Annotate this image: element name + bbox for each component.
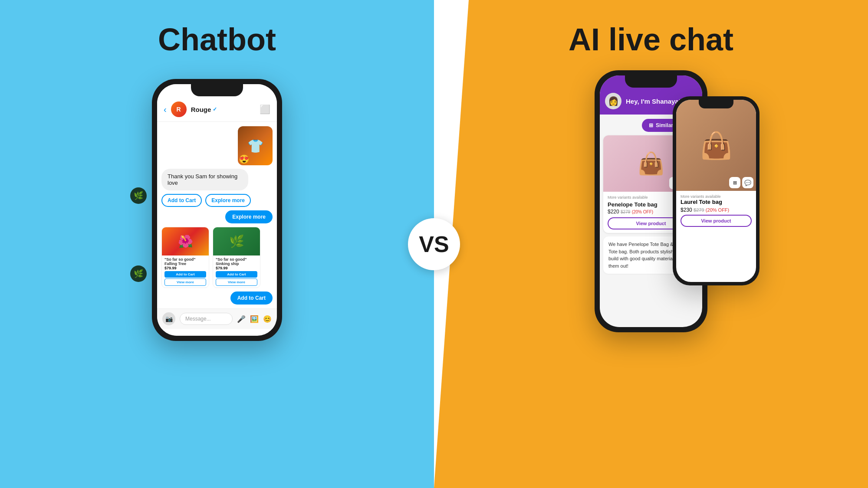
product-card-2: 🌿 "So far so good" Sinking ship $79.99 A… (213, 227, 260, 288)
product-price-1: $79.99 (164, 266, 206, 270)
right-panel: AI live chat 👩 Hey, I'm Shanaya! ⌄ ⊞ (434, 0, 868, 488)
second-view-btn[interactable]: View product (681, 215, 752, 227)
vs-badge: VS (408, 218, 460, 270)
second-ai-phone: 👜 💬 ⊞ More variants available Laurel Tot… (673, 96, 760, 285)
reaction-emoji: 😍 (239, 154, 250, 164)
user-add-to-cart-reply[interactable]: Add to Cart (230, 291, 273, 305)
user-explore-reply[interactable]: Explore more (225, 210, 273, 223)
bot-leaf-icon: 🌿 (134, 191, 143, 200)
image-icon[interactable]: 🖼️ (250, 315, 259, 323)
product-card-1: 🌺 "So far so good" Falling Tree $79.99 A… (161, 227, 209, 288)
second-variants: More variants available (681, 194, 752, 199)
view-more-btn-2[interactable]: View more (216, 278, 257, 286)
second-original-price: $279 (694, 207, 704, 213)
product-image-message: 👕 😍 (238, 126, 273, 165)
thank-you-message: Thank you Sam for showing love (161, 169, 248, 190)
product-title-1: "So far so good" Falling Tree (164, 257, 206, 266)
discount-1: (20% OFF) (632, 210, 653, 214)
left-panel: Chatbot 🌿 🌿 ‹ R Rouge ✓ ⬜ (0, 0, 434, 488)
card-body-2: "So far so good" Sinking ship $79.99 Add… (213, 255, 260, 288)
messenger-input-area: 📷 Message... 🎤 🖼️ 😊 (157, 308, 277, 329)
price-1: $220 (608, 209, 621, 215)
ai-chat-title: AI live chat (569, 22, 733, 57)
second-pricing: $230 $279 (20% OFF) (681, 207, 752, 213)
agent-avatar: 👩 (605, 93, 621, 109)
product-image: 👕 😍 (238, 126, 273, 165)
second-phone-notch (699, 100, 733, 108)
bot-leaf-icon-2: 🌿 (134, 269, 143, 278)
second-product-image: 👜 💬 ⊞ (676, 100, 756, 191)
grid-icon: ⊞ (649, 122, 653, 128)
chatbot-screen: ‹ R Rouge ✓ ⬜ 👕 😍 (157, 84, 277, 336)
product-image-2: 🌿 (213, 227, 260, 255)
contact-avatar: R (171, 102, 187, 117)
add-to-cart-btn-1[interactable]: Add to Cart (164, 271, 206, 278)
second-grid-icon[interactable]: ⊞ (729, 177, 740, 188)
camera-icon[interactable]: 📷 (162, 312, 175, 325)
explore-more-button[interactable]: Explore more (205, 194, 251, 207)
message-input[interactable]: Message... (180, 313, 233, 325)
second-chat-icon[interactable]: 💬 (742, 177, 753, 188)
video-call-button[interactable]: ⬜ (260, 104, 270, 115)
chatbot-phone-container: 🌿 🌿 ‹ R Rouge ✓ ⬜ (152, 66, 282, 341)
add-to-cart-btn-2[interactable]: Add to Cart (216, 271, 257, 278)
original-price-1: $279 (621, 210, 630, 214)
card-body-1: "So far so good" Falling Tree $79.99 Add… (162, 255, 209, 288)
back-button[interactable]: ‹ (164, 105, 167, 115)
chatbot-phone: ‹ R Rouge ✓ ⬜ 👕 😍 (152, 79, 282, 341)
add-to-cart-button[interactable]: Add to Cart (161, 194, 202, 207)
verified-badge: ✓ (213, 106, 217, 112)
second-product-name: Laurel Tote bag (681, 199, 752, 205)
bot-avatar-top: 🌿 (130, 187, 147, 204)
second-card-body: More variants available Laurel Tote bag … (676, 191, 756, 230)
emoji-icon[interactable]: 😊 (263, 315, 272, 323)
view-more-btn-1[interactable]: View more (164, 278, 206, 286)
ai-phone-notch (625, 75, 677, 88)
second-phone-screen: 👜 💬 ⊞ More variants available Laurel Tot… (676, 100, 756, 282)
chat-action-buttons[interactable]: Add to Cart Explore more (161, 194, 273, 207)
product-image-1: 🌺 (162, 227, 209, 255)
ai-phone-container: 👩 Hey, I'm Shanaya! ⌄ ⊞ Similar to 🖼️ (595, 70, 707, 332)
second-discount: (20% OFF) (706, 207, 729, 213)
bot-avatar-bottom: 🌿 (130, 265, 147, 282)
product-title-2: "So far so good" Sinking ship (216, 257, 257, 266)
mic-icon[interactable]: 🎤 (237, 315, 246, 323)
products-row: 🌺 "So far so good" Falling Tree $79.99 A… (161, 227, 273, 288)
contact-name: Rouge ✓ (191, 106, 217, 113)
phone-notch (191, 84, 243, 96)
product-price-2: $79.99 (216, 266, 257, 270)
second-price: $230 (681, 207, 694, 213)
chat-area: 👕 😍 Thank you Sam for showing love Add t… (157, 122, 277, 308)
chatbot-title: Chatbot (158, 22, 276, 57)
